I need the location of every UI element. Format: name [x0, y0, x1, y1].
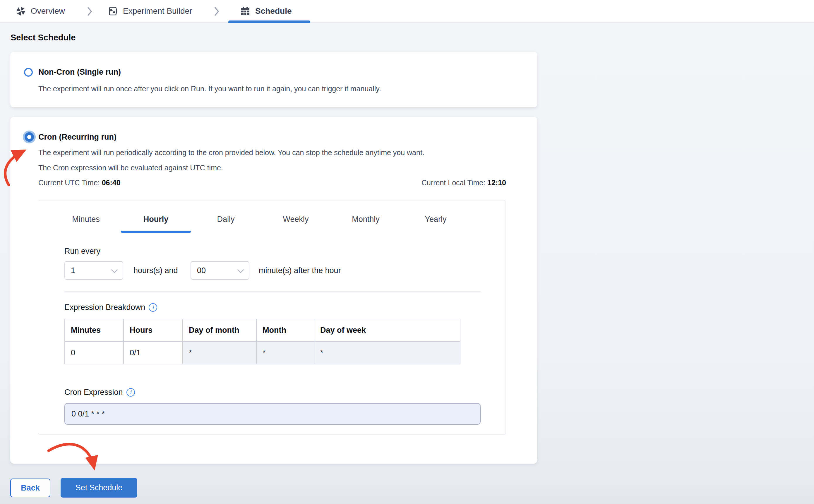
minutes-select[interactable]: 00 — [191, 261, 249, 280]
cell-minutes: 0 — [65, 342, 124, 364]
current-utc-time: Current UTC Time: 06:40 — [38, 179, 121, 187]
local-time-value: 12:10 — [487, 179, 506, 187]
col-day-of-week: Day of week — [314, 319, 460, 342]
active-breadcrumb-underline — [228, 20, 310, 23]
cron-scheduler-panel: Minutes Hourly Daily Weekly Monthly Year… — [38, 200, 506, 435]
non-cron-option-card: Non-Cron (Single run) The experiment wil… — [10, 52, 537, 107]
breadcrumb-overview-label: Overview — [31, 6, 65, 16]
cell-month: * — [256, 342, 314, 364]
breadcrumb-schedule[interactable]: Schedule — [240, 0, 292, 22]
experiment-builder-icon — [108, 6, 118, 16]
current-local-time: Current Local Time: 12:10 — [421, 179, 506, 187]
cron-expression-label: Cron Expression — [64, 388, 135, 397]
tab-yearly[interactable]: Yearly — [401, 206, 471, 233]
cron-expression-input[interactable]: 0 0/1 * * * — [64, 403, 481, 425]
cell-hours: 0/1 — [124, 342, 183, 364]
chevron-down-icon — [111, 267, 118, 273]
breadcrumb-experiment-builder-label: Experiment Builder — [123, 6, 192, 16]
tab-hourly[interactable]: Hourly — [121, 206, 191, 233]
section-divider — [64, 292, 481, 292]
minutes-suffix-label: minute(s) after the hour — [259, 261, 341, 280]
cell-day-of-month: * — [183, 342, 256, 364]
minutes-select-value: 00 — [197, 262, 206, 279]
tab-monthly[interactable]: Monthly — [331, 206, 401, 233]
set-schedule-button[interactable]: Set Schedule — [61, 478, 137, 498]
cron-option-card: Cron (Recurring run) The experiment will… — [10, 117, 537, 464]
chevron-right-icon — [214, 7, 220, 16]
calendar-icon — [240, 6, 251, 16]
utc-time-value: 06:40 — [102, 179, 121, 187]
breadcrumb-overview[interactable]: Overview — [16, 0, 65, 22]
expression-breakdown-label: Expression Breakdown — [64, 303, 157, 312]
tab-minutes[interactable]: Minutes — [51, 206, 121, 233]
cron-expression-value: 0 0/1 * * * — [71, 404, 105, 424]
time-row: Current UTC Time: 06:40 Current Local Ti… — [38, 179, 506, 187]
chevron-right-icon — [87, 7, 92, 16]
col-month: Month — [256, 319, 314, 342]
non-cron-description: The experiment will run once after you c… — [38, 85, 381, 93]
hours-select[interactable]: 1 — [64, 261, 123, 280]
run-every-label: Run every — [64, 247, 100, 256]
cron-label: Cron (Recurring run) — [38, 133, 116, 142]
col-hours: Hours — [124, 319, 183, 342]
tab-weekly[interactable]: Weekly — [261, 206, 331, 233]
cron-description-2: The Cron expression will be evaluated ag… — [38, 164, 223, 172]
cron-radio[interactable] — [25, 132, 34, 142]
page-title: Select Schedule — [11, 33, 76, 42]
hours-select-value: 1 — [71, 262, 75, 279]
col-minutes: Minutes — [65, 319, 124, 342]
info-icon[interactable] — [126, 388, 135, 397]
breadcrumb-schedule-label: Schedule — [255, 6, 292, 16]
chevron-down-icon — [237, 267, 244, 273]
non-cron-radio[interactable] — [24, 68, 33, 77]
breadcrumb-experiment-builder[interactable]: Experiment Builder — [108, 0, 192, 22]
back-button[interactable]: Back — [10, 479, 50, 497]
table-row: 0 0/1 * * * — [65, 342, 460, 364]
overview-icon — [16, 6, 26, 16]
top-bar: Overview Experiment Builder — [0, 0, 814, 23]
tab-daily[interactable]: Daily — [191, 206, 261, 233]
table-header-row: Minutes Hours Day of month Month Day of … — [65, 319, 460, 342]
info-icon[interactable] — [149, 303, 157, 312]
expression-breakdown-table: Minutes Hours Day of month Month Day of … — [64, 319, 460, 364]
col-day-of-month: Day of month — [183, 319, 256, 342]
cron-description-1: The experiment will run periodically acc… — [38, 148, 424, 157]
cell-day-of-week: * — [314, 342, 460, 364]
frequency-tabs: Minutes Hourly Daily Weekly Monthly Year… — [51, 206, 471, 233]
hours-suffix-label: hours(s) and — [133, 261, 178, 280]
non-cron-label: Non-Cron (Single run) — [38, 68, 121, 77]
